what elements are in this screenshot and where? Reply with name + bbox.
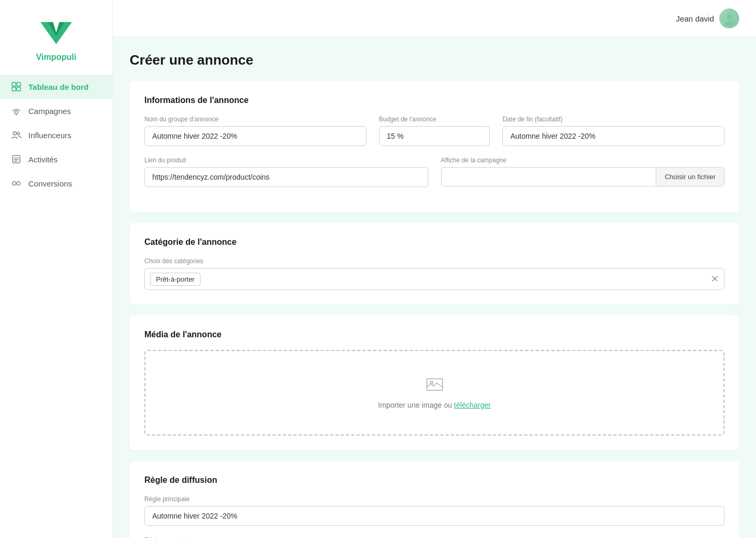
- sidebar-item-label: Conversions: [28, 179, 72, 188]
- choix-categories-label: Choix des catégories: [144, 257, 724, 265]
- page-content: Créer une annonce Informations de l'anno…: [113, 37, 756, 538]
- nav-items: Tableau de bord Campagnes: [0, 70, 112, 538]
- svg-point-8: [17, 132, 20, 135]
- upload-text: Importer une image ou télécharger: [378, 401, 491, 409]
- activites-icon: [10, 153, 22, 165]
- category-tag: Prêt-à-porter: [150, 273, 201, 286]
- svg-rect-5: [17, 87, 20, 91]
- user-name: Jean david: [676, 14, 714, 23]
- svg-point-18: [724, 21, 734, 26]
- budget-input[interactable]: [379, 126, 490, 146]
- nom-groupe-group: Nom du groupe d'annonce: [144, 116, 366, 146]
- nom-groupe-label: Nom du groupe d'annonce: [144, 116, 366, 123]
- svg-point-17: [727, 14, 732, 19]
- regle-principale-label: Règle principale: [144, 495, 724, 503]
- user-info: Jean david: [676, 8, 739, 28]
- budget-group: Budget de l'annonce: [379, 116, 490, 146]
- svg-point-7: [13, 132, 16, 135]
- page-title: Créer une annonce: [130, 52, 739, 68]
- date-fin-input[interactable]: [502, 126, 724, 146]
- sidebar-item-label: Influenceurs: [28, 131, 71, 140]
- media-title: Média de l'annonce: [144, 330, 724, 339]
- file-input-wrapper: Choisir un fichier: [441, 167, 725, 187]
- sidebar-item-label: Campagnes: [28, 107, 71, 116]
- influenceurs-icon: [10, 129, 22, 141]
- date-fin-label: Date de fin (facultatif): [502, 116, 724, 123]
- sidebar-item-campagnes[interactable]: Campagnes: [0, 99, 112, 123]
- budget-label: Budget de l'annonce: [379, 116, 490, 123]
- avatar-image: [719, 8, 739, 28]
- avatar: [719, 8, 739, 28]
- logo-icon: [37, 13, 75, 50]
- sidebar-item-influenceurs[interactable]: Influenceurs: [0, 123, 112, 147]
- media-dropzone[interactable]: Importer une image ou télécharger: [144, 350, 724, 436]
- file-input-text: [442, 172, 656, 182]
- svg-rect-2: [12, 82, 16, 86]
- form-row-1: Nom du groupe d'annonce Budget de l'anno…: [144, 116, 724, 146]
- lien-produit-label: Lien du produit: [144, 157, 428, 164]
- svg-point-14: [17, 182, 20, 185]
- categorie-card: Catégorie de l'annonce Choix des catégor…: [130, 223, 739, 305]
- lien-produit-group: Lien du produit: [144, 157, 428, 187]
- sidebar-item-activites[interactable]: Activités: [0, 147, 112, 171]
- upload-icon: [426, 376, 443, 395]
- sidebar-item-label: Activités: [28, 155, 58, 164]
- diffusion-card: Règle de diffusion Règle principale Règl…: [130, 461, 739, 538]
- logo-area: Vimpopuli: [0, 0, 112, 70]
- form-row-2: Lien du produit Affiche de la campagne C…: [144, 157, 724, 187]
- campagnes-icon: [10, 105, 22, 117]
- regle-principale-group: Règle principale: [144, 495, 724, 526]
- tag-clear-icon[interactable]: ✕: [711, 274, 719, 284]
- nom-groupe-input[interactable]: [144, 126, 366, 146]
- informations-title: Informations de l'annonce: [144, 96, 724, 105]
- app-name: Vimpopuli: [36, 53, 76, 62]
- date-fin-group: Date de fin (facultatif): [502, 116, 724, 146]
- conversions-icon: [10, 178, 22, 189]
- informations-card: Informations de l'annonce Nom du groupe …: [130, 81, 739, 212]
- choisir-fichier-button[interactable]: Choisir un fichier: [656, 168, 724, 186]
- sidebar-item-tableau-de-bord[interactable]: Tableau de bord: [0, 75, 112, 99]
- svg-point-13: [13, 182, 16, 185]
- sidebar: Vimpopuli Tableau de bord: [0, 0, 113, 538]
- upload-link[interactable]: télécharger: [454, 401, 491, 409]
- categorie-group: Choix des catégories Prêt-à-porter ✕: [144, 257, 724, 290]
- header: Jean david: [113, 0, 756, 37]
- sidebar-item-label: Tableau de bord: [28, 82, 89, 91]
- tableau-de-bord-icon: [10, 81, 22, 92]
- svg-rect-4: [12, 87, 16, 91]
- categorie-title: Catégorie de l'annonce: [144, 237, 724, 247]
- diffusion-title: Règle de diffusion: [144, 475, 724, 485]
- svg-rect-9: [13, 156, 20, 163]
- svg-point-6: [15, 111, 18, 114]
- svg-rect-3: [17, 82, 20, 86]
- affiche-label: Affiche de la campagne: [441, 157, 725, 164]
- tag-input-wrapper[interactable]: Prêt-à-porter ✕: [144, 268, 724, 290]
- main-content: Jean david Créer une annonce Information…: [113, 0, 756, 538]
- sidebar-item-conversions[interactable]: Conversions: [0, 171, 112, 195]
- lien-produit-input[interactable]: [144, 167, 428, 187]
- affiche-group: Affiche de la campagne Choisir un fichie…: [441, 157, 725, 187]
- regle-principale-input[interactable]: [144, 506, 724, 526]
- media-card: Média de l'annonce Importer une image ou…: [130, 315, 739, 450]
